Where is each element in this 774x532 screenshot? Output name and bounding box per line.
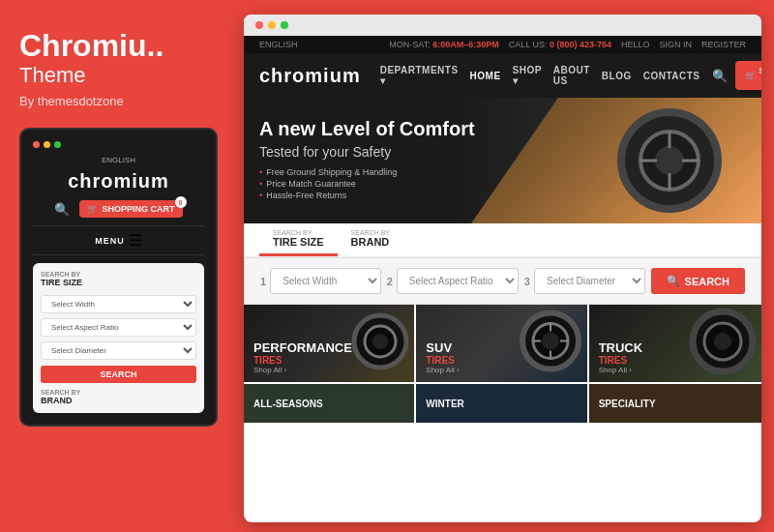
hero-title: A new Level of Comfort bbox=[259, 117, 746, 140]
mobile-brand-label: SEARCH BY bbox=[41, 389, 196, 396]
mobile-width-select[interactable]: Select Width bbox=[41, 295, 196, 313]
cart-icon: 🛒 bbox=[87, 204, 98, 214]
select-wrap-3: 3 Select Diameter bbox=[524, 268, 645, 294]
hello-text: HELLO bbox=[621, 40, 650, 49]
category-suv[interactable]: SUV TIRES Shop All › bbox=[416, 305, 588, 382]
select-wrap-2: 2 Select Aspect Ratio bbox=[387, 268, 519, 294]
mobile-lang: ENGLISH bbox=[33, 156, 204, 164]
cat-title-perf: PERFORMANCE bbox=[253, 341, 352, 355]
browser-chrome bbox=[244, 15, 761, 36]
nav-search-icon[interactable]: 🔍 bbox=[712, 69, 728, 83]
tab2-label: SEARCH BY bbox=[351, 229, 390, 236]
category-specialty[interactable]: SPECIALITY bbox=[589, 384, 761, 423]
mobile-search-by-value: TIRE SIZE bbox=[41, 278, 196, 287]
hero-bullet-1: Free Ground Shipping & Handling bbox=[259, 167, 746, 177]
mobile-brand-value: BRAND bbox=[41, 396, 196, 405]
aspect-select[interactable]: Select Aspect Ratio bbox=[397, 268, 519, 294]
register-link[interactable]: REGISTER bbox=[701, 40, 746, 49]
browser-dot-yellow[interactable] bbox=[268, 21, 276, 29]
mobile-cart-button[interactable]: 🛒 SHOPPING CART 0 bbox=[79, 200, 182, 218]
site-logo[interactable]: chromium bbox=[259, 65, 361, 87]
suv-tire-img bbox=[520, 310, 582, 377]
search-submit-icon: 🔍 bbox=[667, 275, 680, 287]
site-header: ENGLISH MON-SAT: 6:00AM–6:30PM CALL US: … bbox=[244, 36, 761, 98]
tab2-value: BRAND bbox=[351, 236, 390, 248]
hero-content: A new Level of Comfort Tested for your S… bbox=[259, 117, 746, 200]
left-panel: Chromiu.. Theme By themesdotzone ENGLISH… bbox=[0, 0, 237, 532]
performance-tire-img bbox=[351, 312, 409, 374]
nav-item-blog[interactable]: BLOG bbox=[602, 71, 632, 81]
cat-title-suv: SUV bbox=[426, 341, 459, 355]
diameter-select[interactable]: Select Diameter bbox=[534, 268, 645, 294]
top-bar: ENGLISH MON-SAT: 6:00AM–6:30PM CALL US: … bbox=[244, 36, 761, 53]
cat-bottom-winter: WINTER bbox=[426, 399, 463, 409]
mobile-dots bbox=[33, 141, 204, 148]
mobile-dot-yellow bbox=[44, 141, 50, 148]
category-text-truck: TRUCK TIRES Shop All › bbox=[599, 341, 643, 374]
cat-subtitle-perf: TIRES bbox=[253, 355, 352, 366]
search-tab-brand[interactable]: SEARCH BY BRAND bbox=[338, 223, 403, 256]
search-section: SEARCH BY TIRE SIZE SEARCH BY BRAND bbox=[244, 223, 761, 257]
mobile-cart-label: SHOPPING CART bbox=[102, 204, 174, 214]
nav-item-home[interactable]: HOME bbox=[470, 71, 501, 81]
call-number[interactable]: 0 (800) 423-754 bbox=[550, 40, 611, 49]
hero-bullets: Free Ground Shipping & Handling Price Ma… bbox=[259, 167, 746, 200]
select-num-1: 1 bbox=[260, 276, 266, 287]
mobile-mockup: ENGLISH chromium 🔍 🛒 SHOPPING CART 0 MEN… bbox=[19, 128, 218, 427]
svg-point-19 bbox=[714, 333, 731, 350]
search-form: 1 Select Width 2 Select Aspect Ratio 3 S… bbox=[244, 257, 761, 305]
top-bar-right: MON-SAT: 6:00AM–6:30PM CALL US: 0 (800) … bbox=[389, 40, 746, 49]
truck-tire-img bbox=[689, 308, 757, 379]
categories-section: PERFORMANCE TIRES Shop All › SUV bbox=[244, 305, 761, 382]
mobile-dot-red bbox=[33, 141, 40, 148]
svg-point-9 bbox=[372, 334, 388, 349]
browser-dot-green[interactable] bbox=[281, 21, 288, 29]
hero-bullet-3: Hassle-Free Returns bbox=[259, 191, 746, 200]
lang-selector[interactable]: ENGLISH bbox=[259, 40, 298, 49]
mobile-diameter-select[interactable]: Select Diameter bbox=[41, 341, 196, 360]
hero-subtitle: Tested for your Safety bbox=[259, 144, 746, 160]
category-allseasons[interactable]: ALL-SEASONS bbox=[244, 384, 416, 423]
categories-bottom: ALL-SEASONS WINTER SPECIALITY bbox=[244, 382, 761, 423]
theme-subtitle: Theme bbox=[19, 63, 218, 88]
top-bar-left: ENGLISH bbox=[259, 40, 298, 49]
category-text-perf: PERFORMANCE TIRES Shop All › bbox=[253, 341, 352, 374]
nav-items: DEPARTMENTS ▾ HOME SHOP ▾ ABOUT US BLOG … bbox=[380, 65, 700, 86]
nav-item-shop[interactable]: SHOP ▾ bbox=[513, 65, 542, 86]
cat-bottom-allseasons: ALL-SEASONS bbox=[253, 399, 323, 409]
category-winter[interactable]: WINTER bbox=[416, 384, 588, 423]
browser-dot-red[interactable] bbox=[255, 21, 263, 29]
search-tabs: SEARCH BY TIRE SIZE SEARCH BY BRAND bbox=[259, 223, 746, 256]
mobile-search-section: SEARCH BY TIRE SIZE Select Width Select … bbox=[33, 263, 204, 413]
cat-shop-truck[interactable]: Shop All › bbox=[599, 366, 643, 374]
mobile-search-button[interactable]: SEARCH bbox=[41, 366, 196, 383]
cart-nav-button[interactable]: 🛒 SHOPPING CART 0 bbox=[735, 61, 762, 90]
cat-shop-suv[interactable]: Shop All › bbox=[426, 366, 459, 374]
category-truck[interactable]: TRUCK TIRES Shop All › bbox=[589, 305, 761, 382]
search-submit-button[interactable]: 🔍 SEARCH bbox=[651, 268, 745, 294]
mobile-search-by-label: SEARCH BY bbox=[41, 271, 196, 278]
sign-in-link[interactable]: SIGN IN bbox=[659, 40, 692, 49]
mobile-search-icon[interactable]: 🔍 bbox=[54, 202, 70, 217]
category-performance[interactable]: PERFORMANCE TIRES Shop All › bbox=[244, 305, 416, 382]
mobile-aspect-select[interactable]: Select Aspect Ratio bbox=[41, 318, 196, 337]
svg-point-12 bbox=[542, 333, 559, 350]
cart-nav-label: SHOPPING CART bbox=[759, 66, 762, 85]
nav-item-about[interactable]: ABOUT US bbox=[553, 65, 590, 86]
mobile-menu-row[interactable]: MENU ☰ bbox=[33, 225, 204, 255]
tab1-value: TIRE SIZE bbox=[273, 236, 324, 248]
browser-panel: ENGLISH MON-SAT: 6:00AM–6:30PM CALL US: … bbox=[244, 15, 761, 522]
nav-item-contacts[interactable]: CONTACTS bbox=[643, 71, 700, 81]
hero-bullet-2: Price Match Guarantee bbox=[259, 179, 746, 189]
cat-title-truck: TRUCK bbox=[599, 341, 643, 355]
width-select[interactable]: Select Width bbox=[270, 268, 381, 294]
search-tab-tire-size[interactable]: SEARCH BY TIRE SIZE bbox=[259, 223, 338, 256]
cat-shop-perf[interactable]: Shop All › bbox=[253, 366, 352, 374]
cat-bottom-specialty: SPECIALITY bbox=[599, 399, 656, 409]
nav-item-departments[interactable]: DEPARTMENTS ▾ bbox=[380, 65, 459, 86]
cart-icon: 🛒 bbox=[745, 71, 756, 80]
mobile-cart-badge: 0 bbox=[175, 196, 187, 208]
select-num-2: 2 bbox=[387, 276, 393, 287]
mobile-menu-icon: ☰ bbox=[129, 231, 142, 250]
nav-icons: 🔍 🛒 SHOPPING CART 0 bbox=[712, 61, 762, 90]
